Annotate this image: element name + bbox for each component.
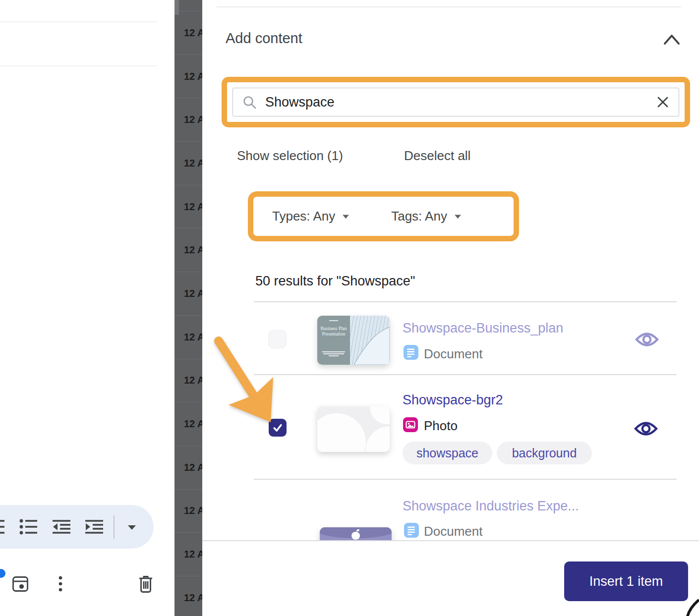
tag-chip: background (497, 442, 592, 464)
calendar-hour-label: 12 AM (184, 592, 202, 604)
results-count: 50 results for "Showspace" (255, 274, 415, 289)
editor-divider (0, 21, 157, 22)
calendar-hour-label: 12 AM (184, 505, 202, 516)
calendar-hour-label: 12 AM (184, 114, 202, 125)
tag-chip: showspace (403, 442, 492, 464)
calendar-hour-row: 12 AM (175, 532, 202, 576)
calendar-hour-row: 12 AM (175, 576, 202, 616)
annotation-arrow (211, 325, 283, 431)
indent-increase-icon[interactable] (85, 519, 104, 535)
calendar-strip-highlight (175, 0, 179, 15)
calendar-hour-label: 12 AM (184, 462, 202, 473)
thumbnail-art (350, 316, 390, 365)
chevron-down-icon (342, 214, 350, 219)
results-divider (254, 479, 677, 480)
panel-top-divider (217, 6, 681, 7)
calendar-time-strip: 12 AM12 AM12 AM12 AM12 AM12 AM12 AM12 AM… (175, 0, 202, 616)
toolbar-divider (114, 515, 115, 539)
calendar-hour-label: 12 AM (184, 418, 202, 430)
types-filter-dropdown[interactable]: Types: Any (272, 209, 350, 224)
calendar-hour-label: 12 AM (184, 375, 202, 386)
pen-mark (683, 597, 699, 616)
results-divider (254, 374, 677, 375)
calendar-hour-row: 12 AM (175, 402, 202, 446)
numbered-list-icon[interactable] (0, 518, 6, 536)
calendar-hour-label: 12 AM (184, 27, 202, 39)
tags-filter-dropdown[interactable]: Tags: Any (391, 209, 462, 224)
more-formats-dropdown-icon[interactable] (127, 524, 137, 531)
search-input[interactable] (264, 94, 657, 111)
clear-search-icon[interactable] (657, 96, 669, 108)
photo-type-icon (403, 417, 418, 432)
calendar-hour-row: 12 AM (175, 359, 202, 402)
calendar-hour-row: 12 AM (175, 228, 202, 272)
collapse-chevron-up-icon[interactable] (663, 33, 680, 46)
panel-title: Add content (226, 30, 302, 47)
show-selection-button[interactable]: Show selection (1) (237, 148, 343, 164)
thumbnail-cover: Business Plan Presentation (317, 316, 350, 365)
calendar-hour-row: 12 AM (175, 55, 202, 98)
calendar-hour-row: 12 AM (175, 315, 202, 359)
calendar-hour-label: 12 AM (184, 71, 202, 82)
filters-annotation-highlight: Types: Any Tags: Any (248, 191, 519, 241)
result-title[interactable]: Showspace-bgr2 (403, 392, 503, 408)
screen: 12 AM12 AM12 AM12 AM12 AM12 AM12 AM12 AM… (0, 0, 699, 616)
calendar-hour-label: 12 AM (184, 244, 202, 256)
results-divider (254, 301, 677, 302)
types-filter-label: Types: Any (272, 209, 335, 224)
editor-divider (0, 65, 157, 66)
bulleted-list-icon[interactable] (19, 518, 39, 536)
calendar-hour-row: 12 AM (175, 272, 202, 315)
result-type-label: Document (424, 524, 483, 539)
calendar-icon[interactable] (12, 575, 29, 593)
result-title[interactable]: Showspace Industries Expe... (403, 499, 579, 514)
tags-filter-label: Tags: Any (391, 209, 447, 224)
trash-icon[interactable] (138, 575, 153, 594)
calendar-hour-row: 12 AM (175, 141, 202, 185)
panel-footer: Insert 1 item (202, 540, 699, 616)
preview-eye-icon[interactable] (635, 331, 659, 348)
calendar-hour-label: 12 AM (184, 332, 202, 343)
search-annotation-highlight (222, 77, 690, 127)
formatting-toolbar (0, 505, 154, 549)
document-type-icon (404, 345, 418, 360)
calendar-hour-label: 12 AM (184, 158, 202, 169)
calendar-hour-row: 12 AM (175, 11, 202, 55)
calendar-hour-row: 12 AM (175, 446, 202, 489)
accent-dot (0, 569, 5, 578)
result-type-label: Photo (424, 418, 458, 434)
search-icon (243, 96, 256, 109)
calendar-hour-row: 12 AM (175, 185, 202, 228)
more-options-icon[interactable] (57, 575, 64, 592)
result-title[interactable]: Showspace-Business_plan (403, 321, 563, 336)
preview-eye-icon[interactable] (634, 420, 658, 438)
calendar-hour-label: 12 AM (184, 288, 202, 299)
document-type-icon (404, 523, 419, 538)
calendar-hour-label: 12 AM (184, 549, 202, 560)
insert-items-button[interactable]: Insert 1 item (564, 561, 688, 601)
result-thumbnail (317, 406, 390, 452)
thumbnail-title-line1: Business Plan (317, 326, 350, 332)
calendar-hour-row: 12 AM (175, 489, 202, 533)
calendar-hour-row: 12 AM (175, 98, 202, 141)
chevron-down-icon (454, 214, 462, 219)
deselect-all-button[interactable]: Deselect all (404, 148, 470, 164)
result-type-label: Document (424, 346, 483, 362)
result-thumbnail: Business Plan Presentation (317, 316, 390, 365)
thumbnail-title-line2: Presentation (317, 332, 350, 337)
indent-decrease-icon[interactable] (52, 519, 71, 535)
calendar-hour-label: 12 AM (184, 201, 202, 213)
search-field[interactable] (233, 88, 679, 116)
